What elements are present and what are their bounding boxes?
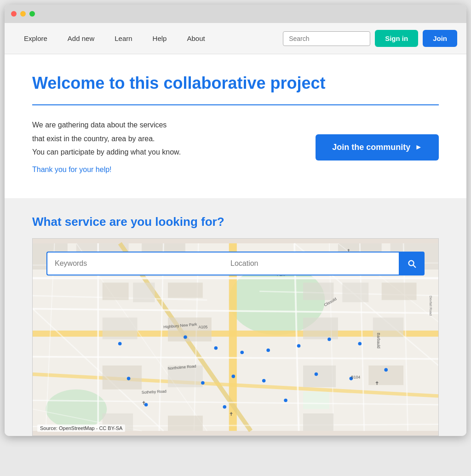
svg-point-57 xyxy=(327,338,331,341)
svg-point-59 xyxy=(127,377,131,381)
hero-description: We are gathering data about the services… xyxy=(32,119,181,175)
svg-point-58 xyxy=(358,342,362,346)
navbar: Explore Add new Learn Help About Sign in… xyxy=(5,23,466,54)
hero-desc-line3: You can participate by adding what you k… xyxy=(32,146,181,158)
nav-links: Explore Add new Learn Help About xyxy=(14,23,283,54)
location-input[interactable] xyxy=(223,252,399,275)
titlebar xyxy=(5,5,466,23)
svg-rect-49 xyxy=(168,416,203,431)
svg-text:✝: ✝ xyxy=(142,400,146,406)
join-community-label: Join the community xyxy=(332,143,410,152)
map-container: Highbury New Park Park Clissold A105 B10… xyxy=(32,238,439,436)
svg-text:Barbauld: Barbauld xyxy=(376,333,381,349)
close-dot[interactable] xyxy=(11,11,17,17)
svg-point-62 xyxy=(262,379,266,383)
svg-text:✝: ✝ xyxy=(229,411,233,417)
svg-rect-38 xyxy=(342,283,368,303)
nav-right: Sign in Join xyxy=(283,30,457,47)
service-search-section: What service are you looking for? xyxy=(5,198,466,436)
nav-help[interactable]: Help xyxy=(143,23,177,54)
nav-add-new[interactable]: Add new xyxy=(57,23,104,54)
svg-rect-46 xyxy=(303,366,336,387)
svg-rect-50 xyxy=(303,413,333,431)
svg-point-56 xyxy=(297,344,301,348)
svg-rect-41 xyxy=(168,318,212,342)
minimize-dot[interactable] xyxy=(20,11,26,17)
join-nav-button[interactable]: Join xyxy=(423,30,457,47)
maximize-dot[interactable] xyxy=(29,11,35,17)
thank-you-link[interactable]: Thank you for your help! xyxy=(32,164,112,176)
app-window: Explore Add new Learn Help About Sign in… xyxy=(5,5,466,436)
hero-body: We are gathering data about the services… xyxy=(32,119,439,175)
svg-point-68 xyxy=(284,399,287,402)
map-search-button[interactable] xyxy=(399,252,425,275)
svg-point-54 xyxy=(240,351,244,355)
nav-explore[interactable]: Explore xyxy=(14,23,57,54)
search-icon xyxy=(407,258,417,269)
svg-rect-36 xyxy=(168,283,203,298)
svg-point-55 xyxy=(266,349,270,352)
svg-rect-40 xyxy=(103,318,138,339)
hero-title: Welcome to this collaborative project xyxy=(32,73,439,93)
svg-text:B104: B104 xyxy=(351,375,360,379)
hero-desc-line1: We are gathering data about the services xyxy=(32,119,181,131)
nav-search-input[interactable] xyxy=(283,31,370,46)
keywords-input[interactable] xyxy=(46,252,223,275)
map-attribution: Source: OpenStreetMap - CC BY-SA xyxy=(37,424,125,432)
hero-section: Welcome to this collaborative project We… xyxy=(5,54,466,198)
hero-desc-line2: that exist in the country, area by area. xyxy=(32,133,181,145)
service-search-title: What service are you looking for? xyxy=(32,215,439,229)
svg-rect-42 xyxy=(303,318,338,339)
svg-point-67 xyxy=(223,405,226,409)
svg-point-65 xyxy=(384,368,388,372)
signin-button[interactable]: Sign in xyxy=(375,30,418,47)
svg-text:✝: ✝ xyxy=(375,381,379,386)
svg-rect-44 xyxy=(103,366,142,390)
arrow-icon: ► xyxy=(415,143,422,151)
svg-point-51 xyxy=(118,342,122,346)
hero-divider xyxy=(32,104,439,105)
svg-point-52 xyxy=(184,336,187,339)
search-bar-overlay xyxy=(46,252,425,275)
nav-learn[interactable]: Learn xyxy=(104,23,142,54)
svg-rect-3 xyxy=(303,392,329,409)
svg-point-61 xyxy=(231,375,235,379)
svg-text:Devfall Road: Devfall Road xyxy=(429,296,433,315)
svg-rect-39 xyxy=(382,283,417,300)
svg-point-53 xyxy=(214,346,218,350)
svg-rect-35 xyxy=(133,283,155,303)
svg-rect-37 xyxy=(303,283,333,300)
join-community-button[interactable]: Join the community ► xyxy=(316,134,439,161)
svg-text:A105: A105 xyxy=(198,325,207,329)
svg-point-60 xyxy=(201,381,205,385)
svg-rect-34 xyxy=(103,283,129,300)
svg-point-63 xyxy=(315,373,318,376)
nav-about[interactable]: About xyxy=(177,23,215,54)
